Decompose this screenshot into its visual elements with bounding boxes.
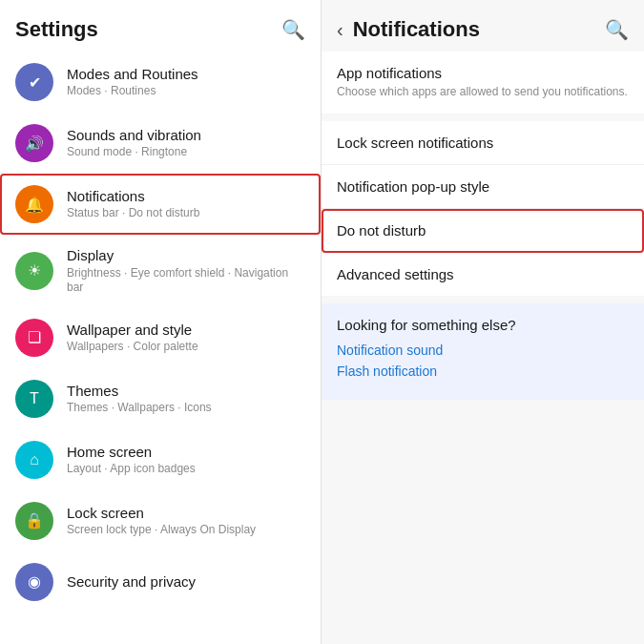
modes-routines-subtitle: Modes · Routines <box>67 84 198 99</box>
sidebar-item-notifications[interactable]: 🔔 Notifications Status bar · Do not dist… <box>0 174 321 235</box>
sidebar-item-themes[interactable]: T Themes Themes · Wallpapers · Icons <box>0 368 321 429</box>
modes-routines-title: Modes and Routines <box>67 65 198 84</box>
right-item-lock-screen-notifications[interactable]: Lock screen notifications <box>322 121 644 165</box>
lock-screen-subtitle: Screen lock type · Always On Display <box>67 523 256 538</box>
left-panel: Settings 🔍 ✔ Modes and Routines Modes · … <box>0 0 322 644</box>
do-not-disturb-title: Do not disturb <box>337 222 629 239</box>
lock-screen-text: Lock screen Screen lock type · Always On… <box>67 504 256 538</box>
right-item-advanced-settings[interactable]: Advanced settings <box>322 253 644 296</box>
home-screen-icon: ⌂ <box>15 441 53 479</box>
themes-title: Themes <box>67 382 212 401</box>
right-item-app-notifications[interactable]: App notifications Choose which apps are … <box>322 52 644 114</box>
app-notifications-title: App notifications <box>337 65 629 81</box>
sounds-vibration-subtitle: Sound mode · Ringtone <box>67 145 201 160</box>
right-header-left: ‹ Notifications <box>337 17 480 42</box>
wallpaper-style-text: Wallpaper and style Wallpapers · Color p… <box>67 321 198 355</box>
home-screen-title: Home screen <box>67 443 196 462</box>
lock-screen-title: Lock screen <box>67 504 256 523</box>
home-screen-text: Home screen Layout · App icon badges <box>67 443 196 477</box>
sidebar-item-display[interactable]: ☀ Display Brightness · Eye comfort shiel… <box>0 235 321 307</box>
security-privacy-title: Security and privacy <box>67 572 196 592</box>
display-icon: ☀ <box>15 252 53 290</box>
looking-link-1[interactable]: Flash notification <box>337 364 629 379</box>
display-text: Display Brightness · Eye comfort shield … <box>67 246 305 296</box>
right-section-0: App notifications Choose which apps are … <box>322 52 644 114</box>
looking-link-0[interactable]: Notification sound <box>337 343 629 358</box>
sidebar-item-sounds-vibration[interactable]: 🔊 Sounds and vibration Sound mode · Ring… <box>0 113 321 174</box>
right-content: App notifications Choose which apps are … <box>322 52 644 644</box>
wallpaper-style-title: Wallpaper and style <box>67 321 198 340</box>
notifications-icon: 🔔 <box>15 185 53 223</box>
themes-subtitle: Themes · Wallpapers · Icons <box>67 401 212 416</box>
sounds-vibration-title: Sounds and vibration <box>67 126 201 145</box>
modes-routines-icon: ✔ <box>15 63 53 101</box>
sidebar-item-lock-screen[interactable]: 🔒 Lock screen Screen lock type · Always … <box>0 490 321 551</box>
notifications-subtitle: Status bar · Do not disturb <box>67 206 199 221</box>
sounds-vibration-text: Sounds and vibration Sound mode · Ringto… <box>67 126 201 160</box>
right-search-icon[interactable]: 🔍 <box>605 18 629 41</box>
modes-routines-text: Modes and Routines Modes · Routines <box>67 65 198 99</box>
looking-section: Looking for something else? Notification… <box>322 303 644 400</box>
notifications-text: Notifications Status bar · Do not distur… <box>67 187 199 221</box>
right-item-do-not-disturb[interactable]: Do not disturb <box>322 209 644 253</box>
right-section-1: Lock screen notifications Notification p… <box>322 121 644 296</box>
lock-screen-icon: 🔒 <box>15 502 53 540</box>
security-privacy-icon: ◉ <box>15 563 53 601</box>
left-header: Settings 🔍 <box>0 0 321 52</box>
back-button[interactable]: ‹ <box>337 19 343 41</box>
wallpaper-style-icon: ❏ <box>15 319 53 357</box>
notification-popup-style-title: Notification pop-up style <box>337 178 629 195</box>
advanced-settings-title: Advanced settings <box>337 266 629 282</box>
sidebar-item-modes-routines[interactable]: ✔ Modes and Routines Modes · Routines <box>0 52 321 113</box>
looking-title: Looking for something else? <box>337 317 629 333</box>
lock-screen-notifications-title: Lock screen notifications <box>337 135 629 151</box>
settings-list: ✔ Modes and Routines Modes · Routines 🔊 … <box>0 52 321 644</box>
notifications-title: Notifications <box>67 187 199 206</box>
right-title: Notifications <box>353 17 480 42</box>
home-screen-subtitle: Layout · App icon badges <box>67 462 196 477</box>
app-notifications-subtitle: Choose which apps are allowed to send yo… <box>337 84 629 100</box>
wallpaper-style-subtitle: Wallpapers · Color palette <box>67 340 198 355</box>
left-title: Settings <box>15 17 98 42</box>
themes-text: Themes Themes · Wallpapers · Icons <box>67 382 212 416</box>
left-search-icon[interactable]: 🔍 <box>281 18 305 41</box>
themes-icon: T <box>15 380 53 418</box>
right-header: ‹ Notifications 🔍 <box>322 0 644 52</box>
security-privacy-text: Security and privacy <box>67 572 196 592</box>
sidebar-item-security-privacy[interactable]: ◉ Security and privacy <box>0 551 321 613</box>
display-title: Display <box>67 246 305 265</box>
sidebar-item-wallpaper-style[interactable]: ❏ Wallpaper and style Wallpapers · Color… <box>0 307 321 368</box>
right-panel: ‹ Notifications 🔍 App notifications Choo… <box>322 0 644 644</box>
display-subtitle: Brightness · Eye comfort shield · Naviga… <box>67 266 305 296</box>
sidebar-item-home-screen[interactable]: ⌂ Home screen Layout · App icon badges <box>0 429 321 490</box>
sounds-vibration-icon: 🔊 <box>15 124 53 162</box>
right-item-notification-popup-style[interactable]: Notification pop-up style <box>322 165 644 209</box>
